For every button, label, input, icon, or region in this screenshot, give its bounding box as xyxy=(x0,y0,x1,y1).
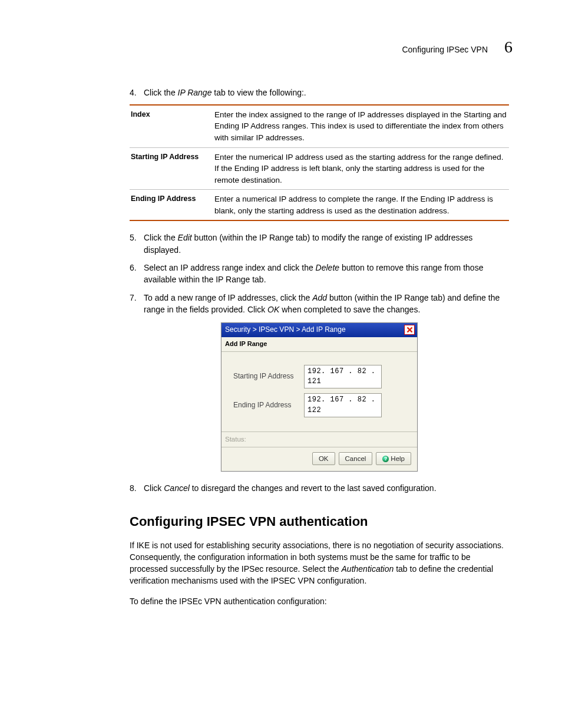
help-button[interactable]: ? Help xyxy=(376,452,411,466)
table-row: Index Enter the index assigned to the ra… xyxy=(130,106,509,147)
table-row: Ending IP Address Enter a numerical IP a… xyxy=(130,189,509,220)
step-text: Select an IP address range index and cli… xyxy=(144,262,509,286)
section-paragraph-1: If IKE is not used for establishing secu… xyxy=(130,539,509,587)
text: when completed to save the changes. xyxy=(279,305,420,314)
em-text: OK xyxy=(267,305,279,314)
field-name: Index xyxy=(130,109,214,144)
text: Click xyxy=(144,483,164,493)
help-icon: ? xyxy=(382,456,389,462)
breadcrumb: Security > IPSec VPN > Add IP Range xyxy=(225,325,346,335)
text: tab to view the following:. xyxy=(211,88,306,97)
field-desc: Enter a numerical IP address to complete… xyxy=(214,193,509,216)
dialog-body: Starting IP Address 192. 167 . 82 . 121 … xyxy=(222,352,417,432)
header-title: Configuring IPSec VPN xyxy=(402,44,488,55)
field-table: Index Enter the index assigned to the ra… xyxy=(130,104,509,222)
step-number: 8. xyxy=(130,482,144,494)
step-text: Click the Edit button (within the IP Ran… xyxy=(144,232,509,256)
starting-ip-input[interactable]: 192. 167 . 82 . 121 xyxy=(304,365,382,389)
text: to disregard the changes and revert to t… xyxy=(190,483,437,493)
step-8: 8. Click Cancel to disregard the changes… xyxy=(130,482,509,494)
text: button (within the IP Range tab) to modi… xyxy=(144,233,472,254)
help-button-label: Help xyxy=(391,454,405,464)
section-paragraph-2: To define the IPSEc VPN authentication c… xyxy=(130,595,509,607)
page-header: Configuring IPSec VPN 6 xyxy=(47,35,515,60)
em-text: Edit xyxy=(178,233,192,242)
starting-ip-label: Starting IP Address xyxy=(230,371,304,381)
text: To add a new range of IP addresses, clic… xyxy=(144,293,312,302)
form-row-end-ip: Ending IP Address 192. 167 . 82 . 122 xyxy=(230,393,409,417)
step-6: 6. Select an IP address range index and … xyxy=(130,262,509,286)
step-number: 4. xyxy=(130,87,144,98)
step-number: 7. xyxy=(130,292,144,316)
em-text: Authentication xyxy=(342,564,394,574)
ok-button[interactable]: OK xyxy=(312,452,335,466)
text: Click the xyxy=(144,88,178,97)
cancel-button[interactable]: Cancel xyxy=(339,452,373,466)
close-icon[interactable] xyxy=(404,325,415,335)
page: Configuring IPSec VPN 6 4. Click the IP … xyxy=(0,0,562,728)
add-ip-range-dialog: Security > IPSec VPN > Add IP Range Add … xyxy=(221,322,418,472)
em-text: Add xyxy=(312,293,327,302)
form-row-start-ip: Starting IP Address 192. 167 . 82 . 121 xyxy=(230,365,409,389)
field-desc: Enter the index assigned to the range of… xyxy=(214,109,509,144)
dialog-buttons: OK Cancel ? Help xyxy=(222,447,417,472)
content-area: 4. Click the IP Range tab to view the fo… xyxy=(47,87,515,607)
text: Click the xyxy=(144,233,178,242)
dialog-titlebar: Security > IPSec VPN > Add IP Range xyxy=(222,323,417,337)
dialog-figure: Security > IPSec VPN > Add IP Range Add … xyxy=(130,322,509,472)
em-text: Cancel xyxy=(164,483,190,493)
table-row: Starting IP Address Enter the numerical … xyxy=(130,147,509,190)
em-text: Delete xyxy=(316,263,339,272)
status-label: Status: xyxy=(222,431,417,447)
ending-ip-input[interactable]: 192. 167 . 82 . 122 xyxy=(304,393,382,417)
ending-ip-label: Ending IP Address xyxy=(230,400,304,410)
step-text: To add a new range of IP addresses, clic… xyxy=(144,292,509,316)
field-name: Starting IP Address xyxy=(130,151,214,186)
chapter-number: 6 xyxy=(504,35,513,60)
step-number: 5. xyxy=(130,232,144,256)
em-text: IP Range xyxy=(178,88,212,97)
text: Select an IP address range index and cli… xyxy=(144,263,316,272)
step-text: Click the IP Range tab to view the follo… xyxy=(144,87,509,98)
step-4: 4. Click the IP Range tab to view the fo… xyxy=(130,87,509,98)
dialog-subhead: Add IP Range xyxy=(222,337,417,352)
step-5: 5. Click the Edit button (within the IP … xyxy=(130,232,509,256)
section-heading: Configuring IPSEC VPN authentication xyxy=(130,512,509,531)
step-7: 7. To add a new range of IP addresses, c… xyxy=(130,292,509,316)
field-desc: Enter the numerical IP address used as t… xyxy=(214,151,509,186)
step-number: 6. xyxy=(130,262,144,286)
step-text: Click Cancel to disregard the changes an… xyxy=(144,482,509,494)
field-name: Ending IP Address xyxy=(130,193,214,216)
